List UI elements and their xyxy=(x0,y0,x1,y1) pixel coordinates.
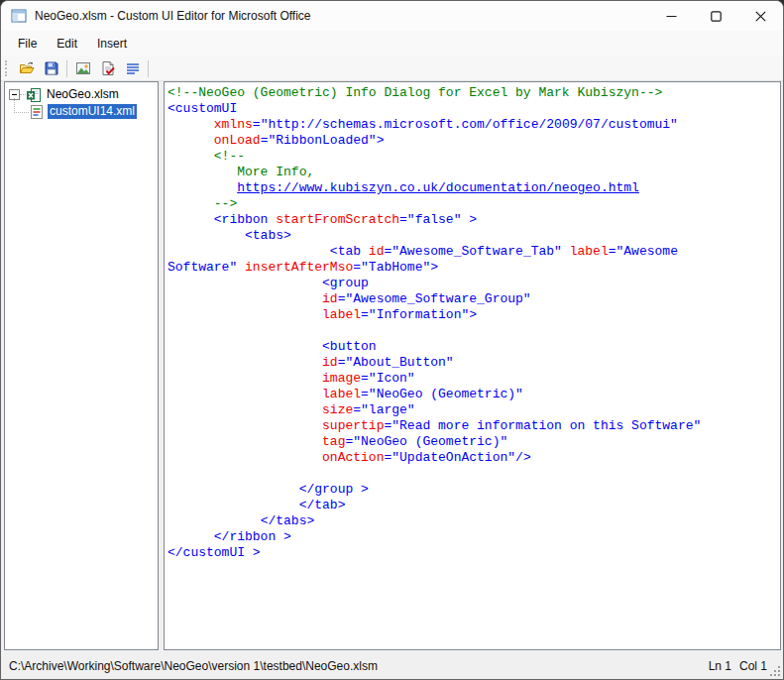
toolbar xyxy=(1,57,783,81)
code-line: label="NeoGeo (Geometric)" xyxy=(168,387,780,402)
code-line: </tab> xyxy=(168,498,780,513)
window-controls xyxy=(649,1,783,31)
insert-image-button[interactable] xyxy=(70,57,95,79)
open-folder-icon xyxy=(19,60,35,76)
tree-node-label-selected[interactable]: customUI14.xml xyxy=(48,104,137,119)
code-line: </ribbon > xyxy=(168,529,780,545)
code-line: Software" insertAfterMso="TabHome"> xyxy=(168,260,780,276)
minimize-icon xyxy=(666,11,677,22)
code-line: --> xyxy=(168,196,780,212)
toolbar-separator xyxy=(66,60,67,77)
toolbar-grip[interactable] xyxy=(5,60,10,76)
code-line: <!--NeoGeo (Geometric) Info Dialog for E… xyxy=(168,85,780,101)
code-line: tag="NeoGeo (Geometric)" xyxy=(168,434,780,450)
tree-connector xyxy=(14,98,29,113)
code-line: onAction="UpdateOnAction"/> xyxy=(168,450,780,466)
save-button[interactable] xyxy=(39,57,63,79)
code-line: <group xyxy=(168,276,780,291)
xml-part-icon xyxy=(29,104,45,120)
code-line: size="large" xyxy=(168,402,780,418)
tree-node-customui-part[interactable]: customUI14.xml xyxy=(5,103,158,120)
save-icon xyxy=(44,60,59,76)
maximize-button[interactable] xyxy=(694,1,738,31)
maximize-icon xyxy=(711,11,722,22)
document-tree-panel: NeoGeo.xlsm customUI14.xml xyxy=(4,81,159,650)
line-indicator: Ln 1 xyxy=(709,659,731,673)
generate-callbacks-button[interactable] xyxy=(120,57,145,79)
code-line: More Info, xyxy=(168,165,780,180)
menu-item-edit[interactable]: Edit xyxy=(47,33,87,55)
code-line: <!-- xyxy=(168,149,780,165)
close-icon xyxy=(755,11,766,22)
menu-item-insert[interactable]: Insert xyxy=(87,33,137,55)
code-line: <customUI xyxy=(168,101,780,117)
toolbar-separator xyxy=(148,60,149,77)
code-line: supertip="Read more information on this … xyxy=(168,418,780,434)
validate-icon xyxy=(100,60,116,76)
minimize-button[interactable] xyxy=(649,1,694,31)
code-line: xmlns="http://schemas.microsoft.com/offi… xyxy=(168,117,780,133)
code-line: https://www.kubiszyn.co.uk/documentation… xyxy=(168,180,780,196)
status-bar: C:\Archive\Working\Software\NeoGeo\versi… xyxy=(1,653,783,679)
code-line: <button xyxy=(168,339,780,355)
code-line: image="Icon" xyxy=(168,371,780,387)
code-line: <tabs> xyxy=(168,228,780,244)
code-line: </tabs> xyxy=(168,513,780,529)
column-indicator: Col 1 xyxy=(739,659,767,673)
code-line: label="Information"> xyxy=(168,307,780,323)
code-line: </customUI > xyxy=(168,545,780,561)
code-line: <ribbon startFromScratch="false" > xyxy=(168,212,780,228)
code-line: onLoad="RibbonLoaded"> xyxy=(168,133,780,149)
file-path: C:\Archive\Working\Software\NeoGeo\versi… xyxy=(9,659,709,673)
code-line xyxy=(168,323,780,339)
open-button[interactable] xyxy=(14,57,39,79)
resize-grip-icon[interactable] xyxy=(769,665,781,677)
window-title: NeoGeo.xlsm - Custom UI Editor for Micro… xyxy=(35,9,311,23)
code-line xyxy=(168,466,780,482)
xml-editor-panel[interactable]: <!--NeoGeo (Geometric) Info Dialog for E… xyxy=(164,81,781,650)
title-bar: NeoGeo.xlsm - Custom UI Editor for Micro… xyxy=(1,1,783,31)
validate-xml-button[interactable] xyxy=(95,57,120,79)
menu-bar: FileEditInsert xyxy=(1,31,783,57)
image-icon xyxy=(75,60,91,76)
code-line: id="About_Button" xyxy=(168,355,780,371)
app-window: NeoGeo.xlsm - Custom UI Editor for Micro… xyxy=(0,0,784,680)
code-line: <tab id="Awesome_Software_Tab" label="Aw… xyxy=(168,244,780,260)
form-window-icon xyxy=(11,8,27,24)
code-line: id="Awesome_Software_Group" xyxy=(168,291,780,307)
menu-item-file[interactable]: File xyxy=(8,33,47,55)
code-line: </group > xyxy=(168,482,780,498)
close-button[interactable] xyxy=(738,1,783,31)
callback-lines-icon xyxy=(125,60,141,76)
main-area: NeoGeo.xlsm customUI14.xml xyxy=(1,81,783,653)
tree-node-label[interactable]: NeoGeo.xlsm xyxy=(45,87,121,102)
xml-code[interactable]: <!--NeoGeo (Geometric) Info Dialog for E… xyxy=(165,82,780,561)
